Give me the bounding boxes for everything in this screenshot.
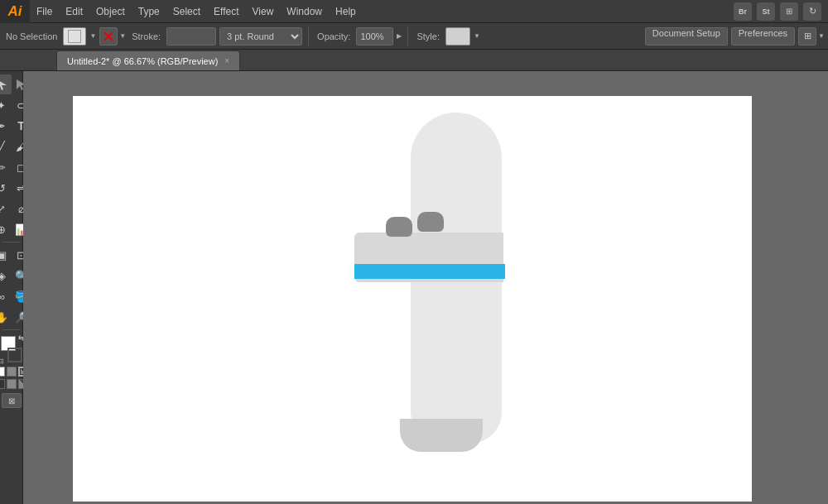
stock-icon[interactable]: St <box>757 2 775 21</box>
stroke-icon[interactable] <box>99 27 118 46</box>
rotate-tool[interactable]: ↺ <box>0 178 12 198</box>
menu-file[interactable]: File <box>30 0 59 23</box>
menu-view[interactable]: View <box>246 0 281 23</box>
opacity-arrow[interactable]: ▶ <box>397 32 402 40</box>
menu-type[interactable]: Type <box>132 0 166 23</box>
arrange-arrow[interactable]: ▼ <box>818 32 825 40</box>
tool-divider-1 <box>2 242 21 242</box>
document-canvas <box>73 96 752 502</box>
sync-icon[interactable]: ↻ <box>803 2 821 21</box>
document-tab[interactable]: Untitled-2* @ 66.67% (RGB/Preview) × <box>56 50 240 70</box>
normal-mode-icon[interactable] <box>0 367 5 377</box>
style-swatch[interactable] <box>445 27 470 46</box>
options-toolbar: No Selection ▼ ▼ Stroke: 3 pt. Round 1 p… <box>0 23 828 50</box>
tool-divider-2 <box>2 329 21 330</box>
artboard-tool[interactable]: ▣ <box>0 245 12 265</box>
color-swatch-group: ⇆ ⊡ <box>1 336 22 362</box>
style-label: Style: <box>414 31 442 41</box>
divider-2 <box>407 27 408 46</box>
engine-2 <box>417 212 444 232</box>
menu-effect[interactable]: Effect <box>207 0 245 23</box>
fill-arrow[interactable]: ▼ <box>89 32 96 40</box>
line-tool[interactable]: ╱ <box>0 137 12 156</box>
fill-swatch[interactable] <box>63 27 86 46</box>
pen-tool[interactable]: ✒ <box>0 116 12 136</box>
engine-1 <box>386 217 412 237</box>
main-area: ✦ ⊂ ✒ T ╱ 🖌 ✏ ◻ ↺ ⇌ ⤢ ⌀ ⊕ 📊 ▣ ⊡ <box>0 71 828 504</box>
ai-logo: Ai <box>0 0 30 23</box>
bridge-icon[interactable]: Br <box>734 2 752 21</box>
stroke-icon-group: ▼ <box>99 27 126 46</box>
menu-bar: Ai File Edit Object Type Select Effect V… <box>0 0 828 23</box>
magic-wand-tool[interactable]: ✦ <box>0 95 12 115</box>
stroke-input <box>166 27 216 46</box>
background-color[interactable] <box>7 348 22 362</box>
hand-tool[interactable]: ✋ <box>0 307 12 327</box>
stroke-arrow[interactable]: ▼ <box>119 32 126 40</box>
selection-tool[interactable] <box>0 74 12 94</box>
extra-icons: ⊞ ▼ <box>798 27 825 46</box>
left-toolbar: ✦ ⊂ ✒ T ╱ 🖌 ✏ ◻ ↺ ⇌ ⤢ ⌀ ⊕ 📊 ▣ ⊡ <box>0 71 23 504</box>
tab-close-button[interactable]: × <box>224 56 229 65</box>
preferences-button[interactable]: Preferences <box>731 27 795 46</box>
menu-icons: Br St ⊞ ↻ <box>727 2 828 21</box>
pencil-tool[interactable]: ✏ <box>0 157 12 177</box>
style-arrow[interactable]: ▼ <box>474 32 480 40</box>
workspace-icon[interactable]: ⊞ <box>780 2 798 21</box>
tail-base <box>400 419 483 452</box>
tab-bar: Untitled-2* @ 66.67% (RGB/Preview) × <box>0 50 828 71</box>
opacity-label: Opacity: <box>315 31 353 41</box>
arrange-icon[interactable]: ⊞ <box>798 27 816 46</box>
tab-title: Untitled-2* @ 66.67% (RGB/Preview) <box>67 56 218 66</box>
menu-window[interactable]: Window <box>280 0 329 23</box>
selection-label: No Selection <box>3 31 60 41</box>
divider-1 <box>308 27 309 46</box>
screen-mode-2[interactable] <box>7 379 17 389</box>
screen-mode-1[interactable] <box>0 379 5 389</box>
menu-object[interactable]: Object <box>89 0 132 23</box>
shape-builder-tool[interactable]: ⊕ <box>0 219 12 239</box>
svg-marker-2 <box>0 79 7 90</box>
wing-stripe <box>354 264 505 279</box>
blend-tool[interactable]: ∞ <box>0 286 12 306</box>
menu-select[interactable]: Select <box>166 0 207 23</box>
menu-help[interactable]: Help <box>329 0 363 23</box>
draw-mode-icon[interactable] <box>7 367 17 377</box>
stroke-text-label: Stroke: <box>129 31 163 41</box>
scale-tool[interactable]: ⤢ <box>0 199 12 218</box>
change-screen-mode[interactable]: ⊠ <box>2 393 22 408</box>
document-setup-button[interactable]: Document Setup <box>645 27 728 46</box>
menu-edit[interactable]: Edit <box>59 0 89 23</box>
opacity-input[interactable]: 100% <box>356 27 393 46</box>
gradient-tool[interactable]: ◈ <box>0 266 12 286</box>
canvas-area[interactable] <box>23 71 828 504</box>
stroke-value-select[interactable]: 3 pt. Round 1 pt. Round 2 pt. Round <box>219 27 302 46</box>
reset-colors[interactable]: ⊡ <box>0 358 4 365</box>
